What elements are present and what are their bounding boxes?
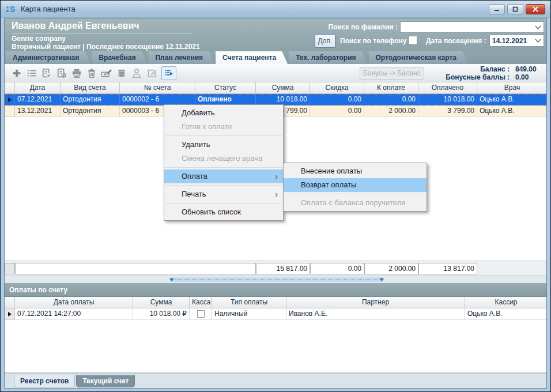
close-icon[interactable] <box>526 4 545 14</box>
cell-type: Ортодонтия <box>61 94 120 105</box>
patient-status-line: Вторичный пациент | Последнее посещение … <box>12 43 200 51</box>
totals-empty-cell <box>15 263 256 274</box>
balance-label: Баланс : <box>430 65 510 73</box>
list-icon[interactable] <box>24 66 39 80</box>
column-header-payment-type[interactable]: Тип оплаты <box>212 297 286 308</box>
search-phone-checkbox[interactable] <box>408 36 417 45</box>
menu-separator <box>165 167 282 168</box>
trash-icon[interactable] <box>84 66 99 80</box>
cell-topay: 2 000.00 <box>364 105 418 117</box>
invoices-header-row: Дата Вид счета № счета Статус Сумма Скид… <box>5 82 547 94</box>
column-header-discount[interactable]: Скидка <box>310 82 364 94</box>
horizontal-splitter[interactable] <box>5 276 547 283</box>
add-icon[interactable] <box>9 66 24 80</box>
column-header-sum[interactable]: Сумма <box>256 82 310 94</box>
cell-number: 0000002 - 6 <box>120 94 195 105</box>
balance-value: 849.00 <box>510 65 543 73</box>
menu-item-vozvrat-oplaty[interactable]: Возврат оплаты <box>284 178 427 192</box>
search-surname-input[interactable] <box>400 21 544 33</box>
tab-bar: Административная Врачебная План лечения … <box>5 51 547 64</box>
menu-item-smena-vracha: Смена лечащего врача <box>164 152 283 165</box>
tab-scheta-patsienta[interactable]: Счета пациента <box>216 51 288 64</box>
visit-date-input[interactable]: 14.12.2021 <box>489 35 544 47</box>
column-header-status[interactable]: Статус <box>195 82 256 94</box>
menu-item-gotov-k-oplate: Готов к оплате <box>164 120 283 134</box>
visit-date-value: 14.12.2021 <box>492 37 527 45</box>
tab-tekushchiy-schet[interactable]: Текущий счет <box>76 375 135 387</box>
chevron-down-icon[interactable] <box>535 39 541 43</box>
patient-icon[interactable] <box>129 66 144 80</box>
tab-plan-lecheniya[interactable]: План лечения <box>148 51 214 64</box>
menu-item-vnesenie-oplaty[interactable]: Внесение оплаты <box>284 164 427 178</box>
column-header-type[interactable]: Вид счета <box>61 82 120 94</box>
menu-separator <box>165 203 282 203</box>
column-header-partner[interactable]: Партнер <box>286 297 465 308</box>
collapse-arrow-icon[interactable] <box>379 278 384 281</box>
cell-type: Ортодонтия <box>61 105 120 117</box>
totals-row: 15 817.00 0.00 2 000.00 13 817.00 <box>5 261 547 276</box>
splitter-handle[interactable] <box>169 277 384 282</box>
patient-header: Иванов Андрей Евгеньевич Genrie company … <box>5 18 547 51</box>
total-paid: 13 817.00 <box>418 263 477 274</box>
menu-separator <box>284 194 426 194</box>
column-header-paid[interactable]: Оплачено <box>418 82 477 94</box>
tab-vrachebnaya[interactable]: Врачебная <box>92 51 147 64</box>
minimize-icon[interactable] <box>489 4 505 14</box>
menu-separator <box>165 185 282 186</box>
svg-text:S: S <box>10 5 15 14</box>
chevron-down-icon[interactable] <box>535 25 541 29</box>
menu-separator <box>165 135 282 136</box>
visit-date-label: Дата посещения : <box>426 37 486 45</box>
patient-card-window: S Карта пациента Иванов Андрей Евгеньеви… <box>0 0 551 392</box>
search-phone-label: Поиск по телефону <box>340 37 407 45</box>
bonus-points-label: Бонусные баллы : <box>430 73 510 81</box>
invoice-reload-icon[interactable] <box>54 66 69 80</box>
column-header-cash-register[interactable]: Касса <box>190 297 212 308</box>
column-header-doctor[interactable]: Врач <box>477 82 547 94</box>
more-options-button[interactable]: Доп. <box>315 34 335 48</box>
payments-panel-title: Оплаты по счету <box>5 283 547 297</box>
menu-item-pechat[interactable]: Печать <box>164 187 283 201</box>
payment-submenu: Внесение оплаты Возврат оплаты Оплата с … <box>283 163 427 212</box>
cell-topay: 0.00 <box>364 94 418 105</box>
tab-tekh-laboratoriya[interactable]: Тех. лаборатория <box>289 51 367 64</box>
menu-item-obnovit-spisok[interactable]: Обновить список <box>164 205 283 219</box>
cell-payment-sum: 10 018.00 ₽ <box>133 308 190 320</box>
collapse-arrow-icon[interactable] <box>169 278 174 281</box>
edit-icon[interactable] <box>144 66 159 80</box>
invoice-check-icon[interactable] <box>39 66 54 80</box>
balance-block: Баланс : 849.00 Бонусные баллы : 0.00 <box>430 65 543 81</box>
current-row-marker-icon <box>5 308 15 320</box>
cell-paid: 3 799.00 <box>418 105 477 117</box>
column-header-payment-date[interactable]: Дата оплаты <box>15 297 133 308</box>
column-header-payment-sum[interactable]: Сумма <box>133 297 190 308</box>
table-row[interactable]: 07.12.2021 14:27:00 10 018.00 ₽ Наличный… <box>5 308 547 320</box>
payment-edit-icon[interactable] <box>99 66 114 80</box>
cell-doctor: Оцько А.В. <box>477 94 547 105</box>
payments-header-row: Дата оплаты Сумма Касса Тип оплаты Партн… <box>5 297 547 308</box>
payments-table: Дата оплаты Сумма Касса Тип оплаты Партн… <box>5 297 547 373</box>
menu-item-oplata[interactable]: Оплата <box>164 169 283 183</box>
patient-company: Genrie company <box>12 35 66 43</box>
splitter-dots <box>175 280 378 280</box>
tab-administrativnaya[interactable]: Административная <box>6 51 90 64</box>
menu-item-oplata-s-balansa: Оплата с баланса поручителя <box>284 196 427 210</box>
tab-ortodonticheskaya-karta[interactable]: Ортодонтическая карта <box>369 51 468 64</box>
print-icon[interactable] <box>69 66 84 80</box>
tab-reestr-schetov[interactable]: Реестр счетов <box>14 375 75 387</box>
maximize-icon[interactable] <box>507 4 523 14</box>
column-header-number[interactable]: № счета <box>120 82 195 94</box>
column-header-cashier[interactable]: Кассир <box>465 297 547 308</box>
search-surname-label: Поиск по фамилии : <box>276 23 398 31</box>
cash-register-checkbox[interactable] <box>197 310 205 318</box>
coins-icon[interactable] <box>114 66 129 80</box>
table-row[interactable]: 07.12.2021 Ортодонтия 0000002 - 6 Оплаче… <box>5 94 547 105</box>
column-header-date[interactable]: Дата <box>15 82 61 94</box>
column-header-topay[interactable]: К оплате <box>364 82 418 94</box>
menu-item-dobavit[interactable]: Добавить <box>164 106 283 120</box>
menu-item-udalit[interactable]: Удалить <box>164 138 283 152</box>
invoice-navigator-icon[interactable] <box>161 66 176 80</box>
patient-name: Иванов Андрей Евгеньевич <box>12 21 191 33</box>
title-bar: S Карта пациента <box>1 1 550 18</box>
app-logo-icon: S <box>6 5 17 14</box>
